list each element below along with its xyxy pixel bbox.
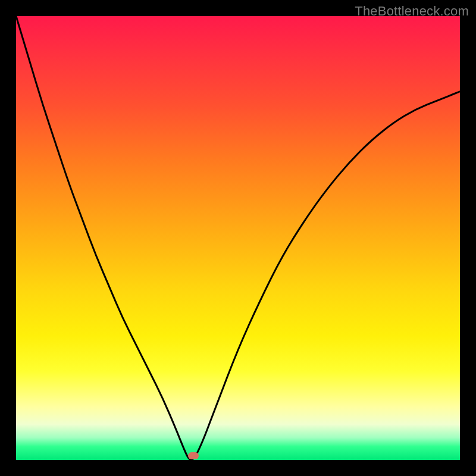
bottleneck-curve: [16, 16, 460, 460]
watermark-text: TheBottleneck.com: [355, 4, 469, 19]
optimum-marker: [188, 452, 199, 459]
chart-plot-area: [16, 16, 460, 460]
